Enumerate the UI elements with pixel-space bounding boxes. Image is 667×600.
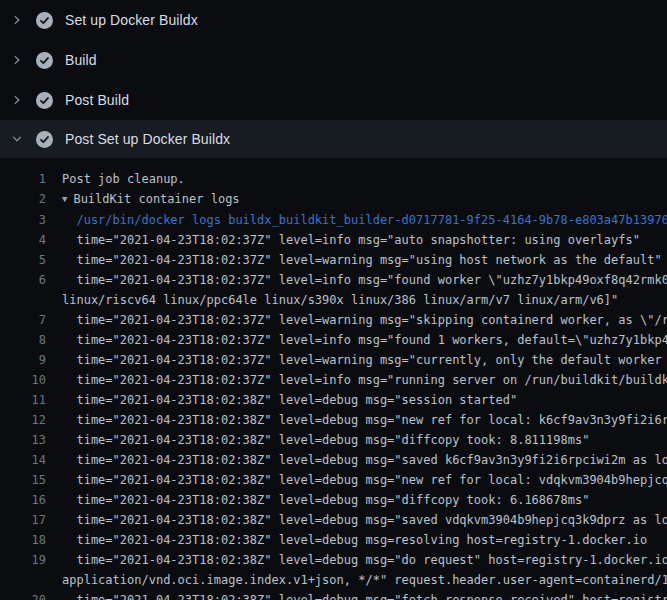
check-circle-icon xyxy=(36,52,53,69)
log-text: ▼BuildKit container logs xyxy=(62,189,240,210)
step-title: Build xyxy=(65,52,97,68)
log-text-content: time="2021-04-23T18:02:37Z" level=warnin… xyxy=(62,253,662,267)
log-line: 10 time="2021-04-23T18:02:37Z" level=inf… xyxy=(0,370,667,390)
step-row-post-build[interactable]: Post Build xyxy=(0,80,667,120)
log-text-content: Post job cleanup. xyxy=(62,172,185,186)
log-text-content: time="2021-04-23T18:02:37Z" level=info m… xyxy=(62,273,667,287)
line-number-link[interactable]: 13 xyxy=(0,430,46,450)
log-text: time="2021-04-23T18:02:38Z" level=debug … xyxy=(62,390,517,410)
log-text-content: time="2021-04-23T18:02:38Z" level=debug … xyxy=(62,473,667,487)
log-line: 12 time="2021-04-23T18:02:38Z" level=deb… xyxy=(0,410,667,430)
line-number-link[interactable]: 8 xyxy=(0,330,46,350)
line-number-link[interactable]: 20 xyxy=(0,590,46,600)
actions-log-viewer: Set up Docker Buildx Build Post Build xyxy=(0,0,667,600)
log-line: 8 time="2021-04-23T18:02:37Z" level=info… xyxy=(0,330,667,350)
log-text: time="2021-04-23T18:02:37Z" level=warnin… xyxy=(62,310,667,330)
step-title: Set up Docker Buildx xyxy=(65,12,198,28)
chevron-right-icon xyxy=(10,93,24,107)
log-text: time="2021-04-23T18:02:38Z" level=debug … xyxy=(62,410,667,430)
log-line-wrap: application/vnd.oci.image.index.v1+json,… xyxy=(0,570,667,590)
line-number-link[interactable]: 6 xyxy=(0,270,46,290)
check-circle-icon xyxy=(36,92,53,109)
line-number-link[interactable]: 3 xyxy=(0,210,46,230)
log-line-wrap: linux/riscv64 linux/ppc64le linux/s390x … xyxy=(0,290,667,310)
log-text: time="2021-04-23T18:02:38Z" level=debug … xyxy=(62,450,667,470)
check-circle-icon xyxy=(36,12,53,29)
log-text-content: time="2021-04-23T18:02:37Z" level=warnin… xyxy=(62,353,667,367)
line-number-link[interactable]: 14 xyxy=(0,450,46,470)
log-line: 1Post job cleanup. xyxy=(0,169,667,189)
line-number-link xyxy=(0,290,46,310)
log-line: 18 time="2021-04-23T18:02:38Z" level=deb… xyxy=(0,530,667,550)
log-text: time="2021-04-23T18:02:37Z" level=info m… xyxy=(62,270,667,290)
log-text-content: BuildKit container logs xyxy=(73,192,239,206)
line-number-link[interactable]: 18 xyxy=(0,530,46,550)
log-text-content: time="2021-04-23T18:02:37Z" level=info m… xyxy=(62,233,640,247)
log-text-content: time="2021-04-23T18:02:38Z" level=debug … xyxy=(62,553,667,567)
line-number-link[interactable]: 16 xyxy=(0,490,46,510)
line-number-link[interactable]: 17 xyxy=(0,510,46,530)
log-text-content: time="2021-04-23T18:02:38Z" level=debug … xyxy=(62,433,589,447)
log-line: 7 time="2021-04-23T18:02:37Z" level=warn… xyxy=(0,310,667,330)
line-number-link xyxy=(0,570,46,590)
line-number-link[interactable]: 2 xyxy=(0,189,46,210)
log-text: time="2021-04-23T18:02:37Z" level=info m… xyxy=(62,370,667,390)
check-circle-icon xyxy=(36,131,53,148)
line-number-link[interactable]: 12 xyxy=(0,410,46,430)
log-line: 9 time="2021-04-23T18:02:37Z" level=warn… xyxy=(0,350,667,370)
step-row-set-up-docker-buildx[interactable]: Set up Docker Buildx xyxy=(0,0,667,40)
log-line: 20 time="2021-04-23T18:02:38Z" level=deb… xyxy=(0,590,667,600)
line-number-link[interactable]: 9 xyxy=(0,350,46,370)
log-text: time="2021-04-23T18:02:37Z" level=info m… xyxy=(62,230,640,250)
log-text: time="2021-04-23T18:02:38Z" level=debug … xyxy=(62,510,667,530)
log-text-content: linux/riscv64 linux/ppc64le linux/s390x … xyxy=(62,293,618,307)
step-title: Post Build xyxy=(65,92,129,108)
log-text: linux/riscv64 linux/ppc64le linux/s390x … xyxy=(62,290,618,310)
log-text: application/vnd.oci.image.index.v1+json,… xyxy=(62,570,667,590)
log-line: 17 time="2021-04-23T18:02:38Z" level=deb… xyxy=(0,510,667,530)
line-number-link[interactable]: 15 xyxy=(0,470,46,490)
log-text: time="2021-04-23T18:02:37Z" level=info m… xyxy=(62,330,667,350)
log-text-content: time="2021-04-23T18:02:38Z" level=debug … xyxy=(62,593,667,600)
line-number-link[interactable]: 10 xyxy=(0,370,46,390)
log-line: 2▼BuildKit container logs xyxy=(0,189,667,210)
log-command-text: /usr/bin/docker logs buildx_buildkit_bui… xyxy=(62,210,667,230)
log-line: 14 time="2021-04-23T18:02:38Z" level=deb… xyxy=(0,450,667,470)
log-line: 15 time="2021-04-23T18:02:38Z" level=deb… xyxy=(0,470,667,490)
log-line: 3 /usr/bin/docker logs buildx_buildkit_b… xyxy=(0,210,667,230)
log-line: 6 time="2021-04-23T18:02:37Z" level=info… xyxy=(0,270,667,290)
line-number-link[interactable]: 19 xyxy=(0,550,46,570)
log-text-content: time="2021-04-23T18:02:38Z" level=debug … xyxy=(62,493,589,507)
line-number-link[interactable]: 7 xyxy=(0,310,46,330)
log-text-content: time="2021-04-23T18:02:37Z" level=info m… xyxy=(62,373,667,387)
triangle-down-icon[interactable]: ▼ xyxy=(62,189,67,209)
log-text: time="2021-04-23T18:02:37Z" level=warnin… xyxy=(62,250,662,270)
log-text-content: time="2021-04-23T18:02:38Z" level=debug … xyxy=(62,513,667,527)
log-text: time="2021-04-23T18:02:38Z" level=debug … xyxy=(62,490,589,510)
chevron-right-icon xyxy=(10,53,24,67)
step-row-post-set-up-docker-buildx[interactable]: Post Set up Docker Buildx xyxy=(0,120,667,158)
log-text-content: application/vnd.oci.image.index.v1+json,… xyxy=(62,573,667,587)
log-line: 11 time="2021-04-23T18:02:38Z" level=deb… xyxy=(0,390,667,410)
line-number-link[interactable]: 11 xyxy=(0,390,46,410)
log-text-content: time="2021-04-23T18:02:38Z" level=debug … xyxy=(62,393,517,407)
log-line: 19 time="2021-04-23T18:02:38Z" level=deb… xyxy=(0,550,667,570)
log-text-content: time="2021-04-23T18:02:38Z" level=debug … xyxy=(62,533,647,547)
chevron-down-icon xyxy=(10,132,24,146)
log-text-content: time="2021-04-23T18:02:38Z" level=debug … xyxy=(62,413,667,427)
log-text: time="2021-04-23T18:02:38Z" level=debug … xyxy=(62,530,647,550)
log-text-content: time="2021-04-23T18:02:37Z" level=warnin… xyxy=(62,313,667,327)
line-number-link[interactable]: 1 xyxy=(0,169,46,189)
log-text-content: time="2021-04-23T18:02:37Z" level=info m… xyxy=(62,333,667,347)
log-text: time="2021-04-23T18:02:38Z" level=debug … xyxy=(62,550,667,570)
step-row-build[interactable]: Build xyxy=(0,40,667,80)
log-line: 13 time="2021-04-23T18:02:38Z" level=deb… xyxy=(0,430,667,450)
log-line: 16 time="2021-04-23T18:02:38Z" level=deb… xyxy=(0,490,667,510)
chevron-right-icon xyxy=(10,13,24,27)
log-text: time="2021-04-23T18:02:38Z" level=debug … xyxy=(62,430,589,450)
line-number-link[interactable]: 4 xyxy=(0,230,46,250)
log-text: time="2021-04-23T18:02:38Z" level=debug … xyxy=(62,590,667,600)
step-title: Post Set up Docker Buildx xyxy=(65,131,230,147)
line-number-link[interactable]: 5 xyxy=(0,250,46,270)
log-text: Post job cleanup. xyxy=(62,169,185,189)
